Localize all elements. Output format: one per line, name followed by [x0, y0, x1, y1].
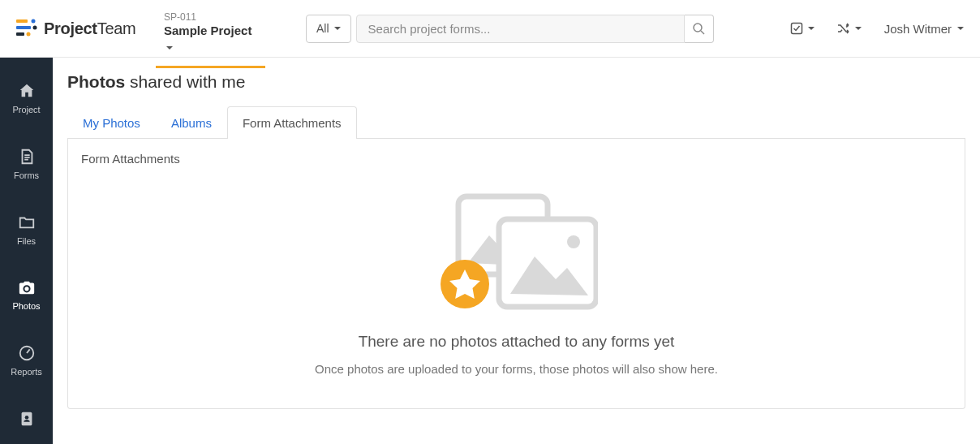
svg-rect-1: [16, 26, 31, 29]
empty-state: There are no photos attached to any form…: [81, 190, 952, 376]
sidebar-item-label: Forms: [0, 170, 53, 180]
svg-point-11: [24, 416, 28, 420]
chevron-down-icon: [855, 27, 862, 30]
search-bar: All: [306, 15, 714, 43]
camera-icon: [18, 278, 36, 296]
project-code: SP-011: [164, 11, 257, 23]
dashboard-icon: [18, 344, 36, 362]
brand-logo-icon: [16, 18, 37, 39]
sidebar-item-reports[interactable]: Reports: [0, 334, 53, 388]
approvals-dropdown[interactable]: [790, 22, 815, 35]
brand-text: ProjectTeam: [44, 19, 135, 38]
tab-my-photos[interactable]: My Photos: [67, 106, 156, 139]
tabs: My Photos Albums Form Attachments: [67, 106, 965, 139]
sidebar-item-label: Project: [0, 105, 53, 114]
panel-heading: Form Attachments: [81, 152, 952, 166]
project-switcher[interactable]: SP-011 Sample Project: [156, 6, 265, 68]
project-name: Sample Project: [164, 23, 257, 54]
sidebar-item-label: Reports: [0, 367, 53, 377]
page-title: Photos shared with me: [67, 72, 965, 92]
sidebar-item-photos[interactable]: Photos: [0, 269, 53, 322]
svg-line-7: [701, 31, 704, 34]
svg-point-4: [33, 26, 37, 30]
empty-state-subtitle: Once photos are uploaded to your forms, …: [81, 362, 952, 376]
chevron-down-icon: [166, 46, 173, 50]
svg-rect-2: [16, 32, 24, 36]
empty-state-title: There are no photos attached to any form…: [81, 333, 952, 351]
form-attachments-panel: Form Attachments There are no photos att…: [67, 139, 965, 409]
sidebar-item-label: Photos: [0, 301, 53, 311]
check-square-icon: [790, 22, 803, 35]
sidebar-item-files[interactable]: Files: [0, 204, 53, 257]
brand[interactable]: ProjectTeam: [16, 18, 156, 39]
search-icon: [692, 22, 705, 35]
user-menu[interactable]: Josh Witmer: [884, 22, 964, 36]
svg-point-6: [694, 24, 702, 32]
main-content: Photos shared with me My Photos Albums F…: [53, 58, 980, 409]
chevron-down-icon: [957, 27, 964, 30]
svg-point-3: [32, 19, 36, 24]
sidebar-item-project[interactable]: Project: [0, 72, 53, 126]
chevron-down-icon: [808, 27, 815, 30]
sidebar-item-contacts[interactable]: [0, 400, 53, 444]
document-icon: [18, 148, 36, 166]
sidebar-item-forms[interactable]: Forms: [0, 138, 53, 192]
svg-rect-8: [791, 24, 802, 34]
svg-point-5: [27, 32, 31, 37]
tab-form-attachments[interactable]: Form Attachments: [227, 106, 357, 139]
search-button[interactable]: [685, 15, 714, 43]
empty-photos-icon: [436, 190, 598, 320]
switch-dropdown[interactable]: [837, 22, 862, 35]
folder-icon: [18, 213, 36, 231]
search-scope-dropdown[interactable]: All: [306, 15, 351, 43]
tab-albums[interactable]: Albums: [156, 106, 227, 139]
shuffle-icon: [837, 22, 850, 35]
top-header: ProjectTeam SP-011 Sample Project All Jo…: [0, 0, 980, 58]
svg-point-14: [567, 235, 580, 248]
home-icon: [18, 82, 36, 100]
left-sidebar: Project Forms Files Photos Reports: [0, 58, 53, 444]
contact-icon: [18, 410, 36, 428]
sidebar-item-label: Files: [0, 236, 53, 246]
svg-rect-0: [16, 19, 28, 23]
chevron-down-icon: [334, 27, 341, 30]
search-input[interactable]: [356, 15, 685, 43]
header-actions: Josh Witmer: [790, 22, 964, 36]
